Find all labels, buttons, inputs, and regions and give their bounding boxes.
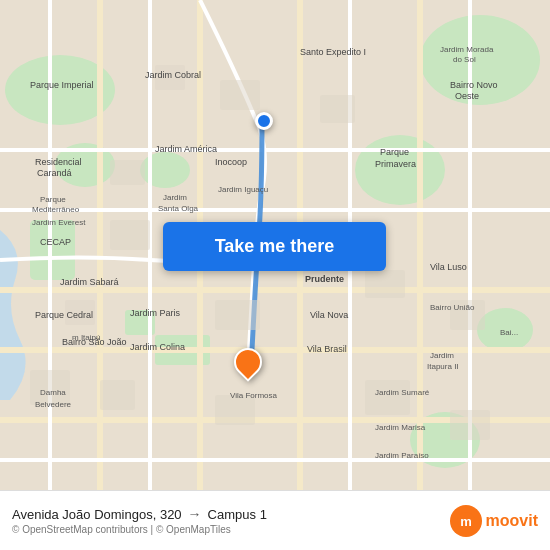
destination-marker — [234, 348, 262, 376]
svg-text:Jardim Paraíso: Jardim Paraíso — [375, 451, 429, 460]
svg-text:Oeste: Oeste — [455, 91, 479, 101]
svg-rect-36 — [100, 380, 135, 410]
svg-text:do Sol: do Sol — [453, 55, 476, 64]
svg-text:Parque Cedral: Parque Cedral — [35, 310, 93, 320]
svg-rect-29 — [110, 220, 150, 250]
moovit-text: moovit — [486, 512, 538, 530]
svg-text:Itapura II: Itapura II — [427, 362, 459, 371]
svg-text:Jardim Sabará: Jardim Sabará — [60, 277, 119, 287]
svg-point-3 — [355, 135, 445, 205]
svg-text:Jardim Marisa: Jardim Marisa — [375, 423, 426, 432]
footer-info: Avenida João Domingos, 320 → Campus 1 © … — [12, 506, 442, 535]
svg-rect-32 — [365, 270, 405, 298]
svg-text:Bairro Novo: Bairro Novo — [450, 80, 498, 90]
moovit-logo: m moovit — [450, 505, 538, 537]
svg-text:Bairro União: Bairro União — [430, 303, 475, 312]
svg-text:Jardim Colina: Jardim Colina — [130, 342, 185, 352]
svg-text:Jardim Morada: Jardim Morada — [440, 45, 494, 54]
svg-text:Carandá: Carandá — [37, 168, 72, 178]
svg-rect-34 — [365, 380, 410, 415]
svg-rect-27 — [220, 80, 260, 110]
route-to: Campus 1 — [208, 507, 267, 522]
svg-text:Vila Nova: Vila Nova — [310, 310, 348, 320]
svg-text:Vila Formosa: Vila Formosa — [230, 391, 278, 400]
svg-text:Santo Expedito I: Santo Expedito I — [300, 47, 366, 57]
take-me-there-button[interactable]: Take me there — [163, 222, 386, 271]
svg-text:Jardim Iguaçu: Jardim Iguaçu — [218, 185, 268, 194]
svg-text:Mediterrâneo: Mediterrâneo — [32, 205, 80, 214]
route-info: Avenida João Domingos, 320 → Campus 1 — [12, 506, 442, 522]
svg-text:Jardim Everest: Jardim Everest — [32, 218, 86, 227]
svg-text:Jardim: Jardim — [163, 193, 187, 202]
moovit-icon: m — [450, 505, 482, 537]
svg-text:m Itaipú: m Itaipú — [72, 333, 100, 342]
svg-text:Jardim: Jardim — [430, 351, 454, 360]
svg-point-8 — [140, 152, 190, 188]
svg-rect-38 — [450, 410, 490, 440]
origin-marker — [255, 112, 273, 130]
svg-text:Parque Imperial: Parque Imperial — [30, 80, 94, 90]
svg-text:Parque: Parque — [40, 195, 66, 204]
route-arrow: → — [188, 506, 202, 522]
svg-text:Damha: Damha — [40, 388, 66, 397]
svg-text:Parque: Parque — [380, 147, 409, 157]
route-from: Avenida João Domingos, 320 — [12, 507, 182, 522]
svg-text:Inocoop: Inocoop — [215, 157, 247, 167]
footer-bar: Avenida João Domingos, 320 → Campus 1 © … — [0, 490, 550, 550]
svg-rect-31 — [215, 300, 260, 330]
svg-rect-4 — [30, 220, 75, 280]
svg-text:Primavera: Primavera — [375, 159, 416, 169]
svg-text:m: m — [460, 514, 472, 529]
svg-text:Jardim Sumaré: Jardim Sumaré — [375, 388, 430, 397]
svg-text:Prudente: Prudente — [305, 274, 344, 284]
svg-rect-28 — [320, 95, 355, 123]
svg-text:Belvedere: Belvedere — [35, 400, 72, 409]
svg-text:Residencial: Residencial — [35, 157, 82, 167]
copyright-text: © OpenStreetMap contributors | © OpenMap… — [12, 524, 442, 535]
svg-text:Vila Brasil: Vila Brasil — [307, 344, 347, 354]
svg-text:Bai...: Bai... — [500, 328, 518, 337]
svg-point-2 — [420, 15, 540, 105]
svg-text:Santa Olga: Santa Olga — [158, 204, 199, 213]
svg-text:Jardim Cobral: Jardim Cobral — [145, 70, 201, 80]
svg-text:Jardim Paris: Jardim Paris — [130, 308, 181, 318]
svg-text:Vila Luso: Vila Luso — [430, 262, 467, 272]
svg-rect-25 — [110, 160, 145, 185]
svg-text:CECAP: CECAP — [40, 237, 71, 247]
map-container: Parque Imperial Jardim Cobral Santo Expe… — [0, 0, 550, 490]
svg-text:Jardim América: Jardim América — [155, 144, 217, 154]
